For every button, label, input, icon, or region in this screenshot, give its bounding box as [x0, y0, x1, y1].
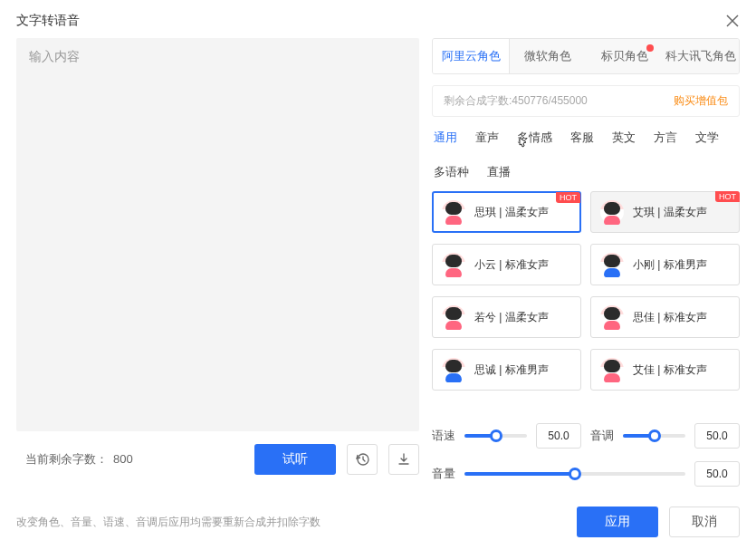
listen-button[interactable]: 试听 — [254, 444, 336, 475]
pitch-label: 音调 — [590, 428, 614, 444]
footer-warning: 改变角色、音量、语速、音调后应用均需要重新合成并扣除字数 — [16, 515, 321, 530]
char-count-label: 当前剩余字数： — [25, 452, 108, 466]
voice-card[interactable]: 艾琪 | 温柔女声HOT — [590, 191, 740, 233]
avatar-icon — [442, 358, 465, 381]
avatar-icon — [442, 305, 465, 329]
category-tab[interactable]: 英文 — [612, 130, 636, 146]
category-tab[interactable]: 客服 — [570, 130, 594, 146]
provider-tab[interactable]: 微软角色 — [510, 39, 586, 73]
avatar-icon — [600, 358, 624, 381]
provider-tab[interactable]: 标贝角色 — [587, 39, 663, 73]
provider-tab[interactable]: 阿里云角色 — [433, 39, 510, 73]
voice-label: 思诚 | 标准男声 — [474, 362, 549, 378]
voice-grid: 思琪 | 温柔女声HOT艾琪 | 温柔女声HOT小云 | 标准女声小刚 | 标准… — [432, 191, 740, 391]
voice-label: 若兮 | 温柔女声 — [474, 310, 549, 325]
cancel-button[interactable]: 取消 — [669, 507, 740, 537]
category-tab[interactable]: 文学 — [695, 130, 719, 146]
speed-slider[interactable] — [464, 429, 527, 442]
category-tab[interactable]: 多语种 — [434, 164, 469, 180]
pitch-slider[interactable] — [623, 429, 685, 442]
text-input[interactable]: 输入内容 — [16, 38, 419, 431]
char-count-value: 800 — [113, 452, 133, 466]
volume-label: 音量 — [432, 466, 455, 482]
speed-value: 50.0 — [536, 423, 581, 449]
avatar-icon — [442, 253, 465, 276]
avatar-icon — [600, 253, 624, 276]
volume-value: 50.0 — [694, 461, 740, 487]
buy-credit-link[interactable]: 购买增值包 — [674, 93, 728, 109]
provider-tabs: 阿里云角色微软角色标贝角色科大讯飞角色 — [432, 38, 740, 74]
category-tab[interactable]: 多情感 — [517, 130, 552, 146]
voice-label: 小云 | 标准女声 — [474, 257, 549, 273]
apply-button[interactable]: 应用 — [577, 507, 658, 537]
voice-card[interactable]: 艾佳 | 标准女声 — [590, 349, 740, 391]
voice-label: 小刚 | 标准男声 — [633, 257, 707, 273]
avatar-icon — [600, 305, 624, 329]
close-icon[interactable] — [725, 14, 740, 28]
sliders: 语速 50.0 音调 50.0 音量 50.0 — [432, 423, 740, 487]
hot-badge: HOT — [556, 192, 580, 203]
voice-card[interactable]: 小刚 | 标准男声 — [590, 244, 740, 285]
voice-label: 艾佳 | 标准女声 — [633, 362, 707, 378]
char-count: 当前剩余字数：800 — [25, 451, 133, 468]
voice-card[interactable]: 思诚 | 标准男声 — [432, 349, 581, 391]
voice-card[interactable]: 若兮 | 温柔女声 — [432, 296, 581, 338]
speed-label: 语速 — [432, 428, 455, 444]
volume-slider[interactable] — [464, 468, 685, 480]
footer-bar: 改变角色、音量、语速、音调后应用均需要重新合成并扣除字数 应用 取消 — [0, 494, 756, 550]
category-tab[interactable]: 直播 — [487, 164, 511, 180]
voice-label: 思琪 | 温柔女声 — [474, 205, 549, 220]
voice-card[interactable]: 小云 | 标准女声 — [432, 244, 581, 285]
right-panel: 阿里云角色微软角色标贝角色科大讯飞角色 剩余合成字数:450776/455000… — [432, 38, 740, 487]
history-icon[interactable] — [347, 444, 378, 475]
category-tab[interactable]: 童声 — [475, 130, 499, 146]
category-tab[interactable]: 方言 — [654, 130, 677, 146]
category-tabs: 通用童声多情感客服英文方言文学多语种直播 — [432, 117, 740, 184]
voice-card[interactable]: 思琪 | 温柔女声HOT — [432, 191, 581, 233]
notification-dot-icon — [646, 44, 654, 52]
provider-tab[interactable]: 科大讯飞角色 — [663, 39, 739, 73]
voice-card[interactable]: 思佳 | 标准女声 — [590, 296, 740, 338]
pitch-value: 50.0 — [694, 423, 740, 449]
avatar-icon — [600, 200, 624, 224]
avatar-icon — [442, 200, 465, 224]
voice-label: 艾琪 | 温柔女声 — [633, 205, 707, 220]
category-tab[interactable]: 通用 — [434, 130, 457, 146]
voice-label: 思佳 | 标准女声 — [633, 310, 707, 325]
credit-label: 剩余合成字数:450776/455000 — [444, 93, 588, 109]
left-panel: 输入内容 当前剩余字数：800 试听 — [16, 38, 419, 487]
hot-badge: HOT — [715, 191, 740, 202]
credit-row: 剩余合成字数:450776/455000 购买增值包 — [432, 85, 740, 117]
download-icon[interactable] — [388, 444, 419, 475]
dialog-title: 文字转语音 — [16, 13, 80, 29]
